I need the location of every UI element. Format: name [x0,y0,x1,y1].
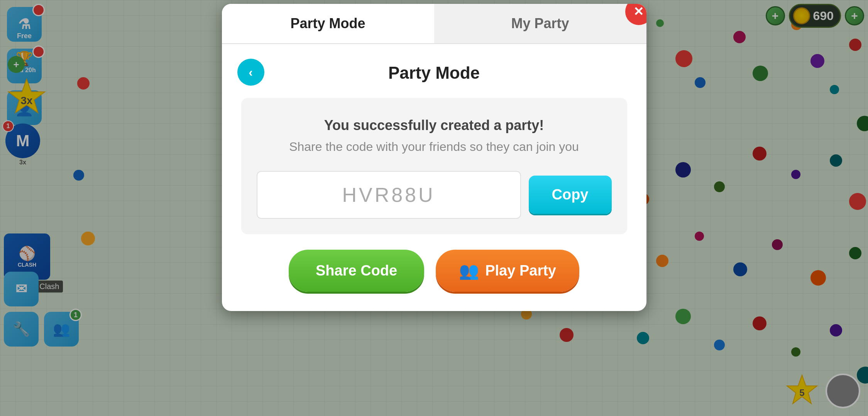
modal-tabs: Party Mode My Party 1 [222,4,646,44]
tab-party-mode[interactable]: Party Mode [222,4,434,43]
back-button[interactable]: ‹ [237,59,264,86]
content-area: You successfully created a party! Share … [241,98,627,234]
play-party-icon: 👥 [459,261,479,280]
code-row: HVR88U Copy [257,171,612,219]
play-party-label: Play Party [485,262,556,279]
action-buttons: Share Code 👥 Play Party [241,250,627,292]
success-title: You successfully created a party! [257,117,612,134]
modal-overlay: ✕ Party Mode My Party 1 ‹ Party Mode You… [0,0,868,416]
modal-body: ‹ Party Mode You successfully created a … [222,44,646,311]
party-modal: ✕ Party Mode My Party 1 ‹ Party Mode You… [222,4,646,311]
share-code-button[interactable]: Share Code [289,250,424,292]
play-party-button[interactable]: 👥 Play Party [436,250,579,292]
tab-my-party[interactable]: My Party 1 [434,4,646,43]
success-subtitle: Share the code with your friends so they… [257,138,612,156]
success-text-area: You successfully created a party! Share … [257,117,612,156]
party-code-display: HVR88U [257,171,521,219]
modal-title: Party Mode [241,59,627,83]
copy-button[interactable]: Copy [529,176,612,214]
